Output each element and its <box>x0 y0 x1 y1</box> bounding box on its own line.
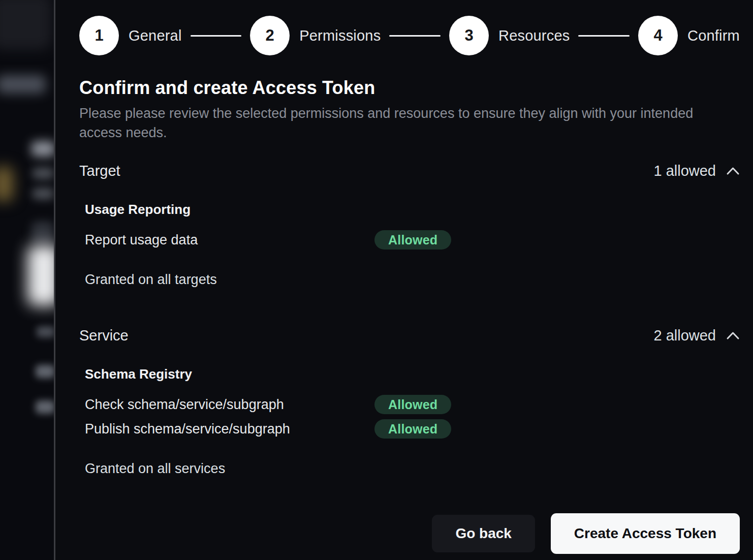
status-badge: Allowed <box>374 419 451 439</box>
section-name: Target <box>79 163 120 179</box>
step-general[interactable]: 1 General <box>79 16 182 55</box>
step-label: General <box>129 27 182 44</box>
page-description: Please please review the selected permis… <box>79 104 709 142</box>
blurred-icon <box>32 222 54 244</box>
blurred-accent-blob <box>0 167 13 201</box>
step-number-badge: 4 <box>638 16 678 55</box>
blurred-text <box>33 168 54 179</box>
allowed-count: 1 allowed <box>653 163 716 179</box>
blurred-text <box>33 188 54 199</box>
status-badge: Allowed <box>374 230 451 250</box>
permission-group-usage-reporting: Usage Reporting Report usage data Allowe… <box>79 179 740 250</box>
blurred-panel <box>27 245 54 306</box>
chevron-up-icon <box>726 331 740 340</box>
blurred-nav-label <box>0 75 46 94</box>
step-confirm[interactable]: 4 Confirm <box>638 16 740 55</box>
wizard-footer: Go back Create Access Token <box>79 513 740 554</box>
create-access-token-button[interactable]: Create Access Token <box>551 513 740 554</box>
chevron-up-icon <box>726 167 740 175</box>
blurred-text <box>36 365 54 378</box>
blurred-text <box>37 326 54 337</box>
blurred-card <box>0 0 52 50</box>
step-connector <box>389 35 441 37</box>
step-permissions[interactable]: 2 Permissions <box>250 16 381 55</box>
permission-row: Check schema/service/subgraph Allowed <box>85 395 740 414</box>
permission-label: Publish schema/service/subgraph <box>85 421 374 437</box>
permission-row: Publish schema/service/subgraph Allowed <box>85 419 740 439</box>
step-number-badge: 1 <box>79 16 119 55</box>
section-service-collapse-toggle[interactable]: 2 allowed <box>653 327 740 344</box>
permission-group-schema-registry: Schema Registry Check schema/service/sub… <box>79 344 740 439</box>
blurred-text <box>36 400 54 414</box>
section-name: Service <box>79 327 129 344</box>
permission-label: Report usage data <box>85 232 374 248</box>
granted-note: Granted on all services <box>79 461 740 477</box>
create-access-token-drawer: 1 General 2 Permissions 3 Resources 4 Co… <box>54 0 753 560</box>
step-label: Confirm <box>687 27 740 44</box>
page-title: Confirm and create Access Token <box>79 78 740 98</box>
step-number-badge: 2 <box>250 16 290 55</box>
blurred-text <box>32 141 54 157</box>
background-page <box>0 0 54 560</box>
step-connector <box>578 35 630 37</box>
status-badge: Allowed <box>374 395 451 414</box>
permission-row: Report usage data Allowed <box>85 230 740 250</box>
step-connector <box>191 35 242 37</box>
allowed-count: 2 allowed <box>653 327 716 344</box>
step-number-badge: 3 <box>449 16 489 55</box>
granted-note: Granted on all targets <box>79 272 740 288</box>
wizard-stepper: 1 General 2 Permissions 3 Resources 4 Co… <box>79 16 740 55</box>
permission-group-title: Schema Registry <box>85 367 740 381</box>
step-label: Resources <box>498 27 570 44</box>
section-target-collapse-toggle[interactable]: 1 allowed <box>653 163 740 179</box>
go-back-button[interactable]: Go back <box>432 515 535 552</box>
permission-group-title: Usage Reporting <box>85 202 740 216</box>
permission-label: Check schema/service/subgraph <box>85 397 374 413</box>
section-target-header: Target 1 allowed <box>79 163 740 179</box>
step-resources[interactable]: 3 Resources <box>449 16 570 55</box>
step-label: Permissions <box>299 27 381 44</box>
section-service-header: Service 2 allowed <box>79 327 740 344</box>
